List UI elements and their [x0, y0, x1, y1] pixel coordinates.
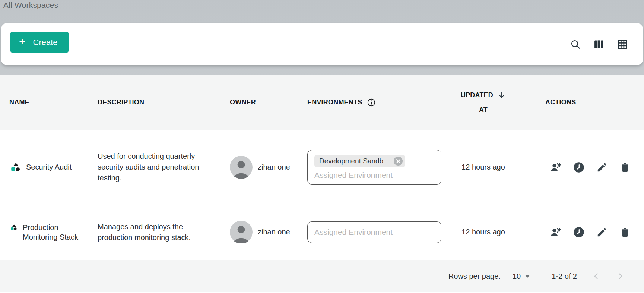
column-header-environments[interactable]: ENVIRONMENTS	[307, 98, 443, 107]
column-header-description[interactable]: DESCRIPTION	[98, 98, 230, 106]
workspace-description: Used for conducting quarterly security a…	[98, 151, 206, 183]
owner-name: zihan one	[258, 163, 290, 171]
rows-per-page-label: Rows per page:	[448, 272, 501, 281]
plus-icon: +	[19, 36, 26, 47]
actions-cell	[523, 162, 644, 173]
chevron-down-icon	[525, 275, 530, 278]
workspaces-table: NAME DESCRIPTION OWNER ENVIRONMENTS UPDA…	[0, 75, 644, 293]
edit-icon[interactable]	[596, 227, 607, 238]
toolbar-card: + Create	[1, 23, 643, 65]
next-page-icon[interactable]	[616, 272, 624, 280]
columns-view-icon[interactable]	[593, 39, 605, 50]
column-header-name[interactable]: NAME	[0, 98, 98, 106]
pager-controls	[593, 272, 624, 280]
environment-chip-label: Development Sandb...	[319, 157, 389, 165]
updated-at-value: 12 hours ago	[461, 228, 505, 236]
page-title: All Workspaces	[3, 1, 58, 10]
add-user-icon[interactable]	[550, 227, 561, 238]
search-icon[interactable]	[570, 39, 581, 50]
previous-page-icon[interactable]	[593, 272, 600, 280]
chip-remove-icon[interactable]	[394, 157, 403, 166]
column-header-updated-at[interactable]: UPDATED AT	[461, 88, 506, 117]
history-icon[interactable]	[573, 162, 584, 173]
actions-cell	[523, 227, 644, 238]
owner-name: zihan one	[258, 228, 290, 236]
owner-avatar	[230, 221, 253, 243]
add-user-icon[interactable]	[550, 162, 561, 173]
table-row: Security Audit Used for conducting quart…	[0, 130, 644, 204]
history-icon[interactable]	[573, 227, 584, 238]
owner-cell: zihan one	[230, 221, 307, 243]
environment-placeholder: Assigned Environment	[314, 228, 393, 237]
owner-cell: zihan one	[230, 156, 307, 179]
workspace-name: Security Audit	[26, 162, 72, 172]
environments-cell: Assigned Environment	[307, 221, 443, 243]
table-header-row: NAME DESCRIPTION OWNER ENVIRONMENTS UPDA…	[0, 75, 644, 130]
create-button[interactable]: + Create	[10, 32, 69, 53]
delete-icon[interactable]	[619, 162, 631, 173]
workspace-logo-icon	[10, 162, 20, 172]
environments-cell: Development Sandb... Assigned Environmen…	[307, 150, 443, 185]
owner-avatar	[230, 156, 253, 179]
column-header-actions: ACTIONS	[523, 98, 644, 106]
delete-icon[interactable]	[619, 227, 631, 238]
environment-chip[interactable]: Development Sandb...	[314, 155, 405, 167]
column-header-owner[interactable]: OWNER	[230, 98, 307, 106]
grid-view-icon[interactable]	[617, 39, 628, 50]
rows-per-page-select[interactable]: 10	[513, 272, 530, 281]
table-row: Production Monitoring Stack Manages and …	[0, 204, 644, 260]
assigned-environment-select[interactable]: Assigned Environment	[307, 221, 441, 243]
workspace-description: Manages and deploys the production monit…	[98, 221, 206, 243]
info-icon[interactable]	[367, 98, 376, 107]
workspace-name-cell: Production Monitoring Stack	[0, 223, 98, 242]
rows-per-page-value: 10	[513, 272, 521, 281]
workspace-name: Production Monitoring Stack	[23, 223, 82, 242]
updated-header-line2: AT	[479, 103, 488, 117]
workspace-logo-icon	[10, 224, 17, 231]
pagination-bar: Rows per page: 10 1-2 of 2	[0, 260, 644, 292]
sort-desc-arrow-icon[interactable]	[498, 91, 506, 100]
workspace-name-cell: Security Audit	[0, 162, 98, 172]
edit-icon[interactable]	[596, 162, 607, 173]
environments-header-label: ENVIRONMENTS	[307, 98, 362, 106]
create-button-label: Create	[33, 38, 58, 47]
updated-at-value: 12 hours ago	[461, 163, 505, 171]
assigned-environment-select[interactable]: Development Sandb... Assigned Environmen…	[307, 150, 441, 185]
pagination-range: 1-2 of 2	[552, 272, 577, 281]
toolbar-icon-group	[570, 23, 628, 65]
environment-placeholder: Assigned Environment	[314, 171, 434, 180]
updated-header-line1: UPDATED	[461, 88, 493, 103]
